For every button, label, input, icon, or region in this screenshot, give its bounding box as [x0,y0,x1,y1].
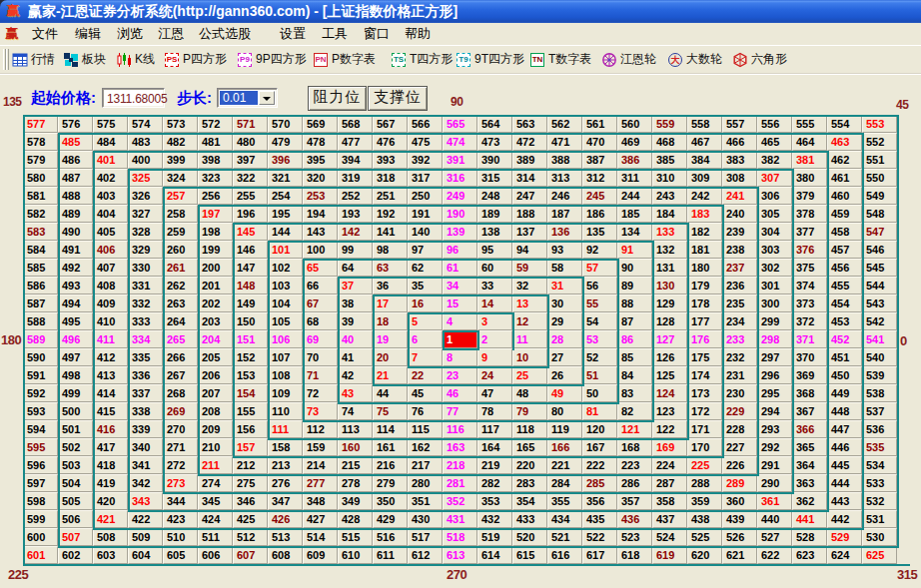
grid-cell[interactable]: 321 [268,169,303,187]
grid-cell[interactable]: 439 [722,510,757,528]
grid-cell[interactable]: 456 [827,259,862,277]
grid-cell[interactable]: 580 [23,169,58,187]
grid-cell[interactable]: 512 [233,528,268,546]
grid-cell[interactable]: 251 [373,187,408,205]
grid-cell[interactable]: 250 [408,187,443,205]
grid-cell[interactable]: 354 [512,492,547,510]
grid-cell[interactable]: 47 [477,384,512,402]
grid-cell[interactable]: 360 [722,492,757,510]
grid-cell[interactable]: 98 [373,241,408,259]
grid-cell[interactable]: 349 [338,492,373,510]
grid-cell[interactable]: 359 [687,492,722,510]
grid-cell[interactable]: 546 [862,241,897,259]
grid-cell[interactable]: 286 [617,474,652,492]
grid-cell[interactable]: 624 [827,546,862,564]
grid-cell[interactable]: 494 [58,294,93,312]
grid-cell[interactable]: 256 [198,187,233,205]
grid-cell[interactable]: 475 [408,133,443,151]
grid-cell[interactable]: 149 [233,294,268,312]
grid-cell[interactable]: 74 [338,402,373,420]
step-combobox[interactable]: 0.01 [217,88,278,108]
grid-cell[interactable]: 93 [547,241,582,259]
grid-cell[interactable]: 213 [268,456,303,474]
grid-cell[interactable]: 307 [757,169,792,187]
grid-cell[interactable]: 309 [687,169,722,187]
grid-cell[interactable]: 363 [792,474,827,492]
grid-cell[interactable]: 482 [163,133,198,151]
grid-cell[interactable]: 138 [477,223,512,241]
menu-item-file[interactable]: 文件 [32,23,58,45]
grid-cell[interactable]: 293 [757,420,792,438]
grid-cell[interactable]: 312 [582,169,617,187]
grid-cell[interactable]: 92 [582,241,617,259]
grid-cell[interactable]: 242 [687,187,722,205]
grid-cell[interactable]: 583 [23,223,58,241]
grid-cell[interactable]: 18 [373,312,408,330]
grid-cell[interactable]: 261 [163,259,198,277]
grid-cell[interactable]: 9 [477,348,512,366]
grid-cell[interactable]: 243 [652,187,687,205]
grid-cell[interactable]: 447 [827,420,862,438]
grid-cell[interactable]: 291 [757,456,792,474]
grid-cell[interactable]: 527 [757,528,792,546]
grid-cell[interactable]: 233 [722,330,757,348]
grid-cell[interactable]: 234 [722,312,757,330]
grid-cell[interactable]: 495 [58,312,93,330]
grid-cell[interactable]: 285 [582,474,617,492]
grid-cell[interactable]: 368 [792,384,827,402]
grid-cell[interactable]: 421 [93,510,128,528]
grid-cell[interactable]: 156 [233,420,268,438]
toolbar-button-p-number-table[interactable]: PN P数字表 [313,46,376,73]
grid-cell[interactable]: 461 [827,169,862,187]
grid-cell[interactable]: 525 [687,528,722,546]
grid-cell[interactable]: 346 [233,492,268,510]
grid-cell[interactable]: 420 [93,492,128,510]
grid-cell[interactable]: 23 [443,366,477,384]
grid-cell[interactable]: 507 [58,528,93,546]
grid-cell[interactable]: 183 [687,205,722,223]
grid-cell[interactable]: 287 [652,474,687,492]
grid-cell[interactable]: 37 [338,277,373,294]
grid-cell[interactable]: 260 [163,241,198,259]
grid-cell[interactable]: 548 [862,205,897,223]
grid-cell[interactable]: 572 [198,115,233,133]
grid-cell[interactable]: 29 [547,312,582,330]
grid-cell[interactable]: 405 [93,223,128,241]
grid-cell[interactable]: 49 [547,384,582,402]
grid-cell[interactable]: 211 [198,456,233,474]
grid-cell[interactable]: 197 [198,205,233,223]
grid-cell[interactable]: 567 [373,115,408,133]
grid-cell[interactable]: 569 [303,115,338,133]
grid-cell[interactable]: 472 [512,133,547,151]
grid-cell[interactable]: 118 [512,420,547,438]
grid-cell[interactable]: 188 [512,205,547,223]
grid-cell[interactable]: 578 [23,133,58,151]
grid-cell[interactable]: 526 [722,528,757,546]
grid-cell[interactable]: 106 [268,330,303,348]
grid-cell[interactable]: 191 [408,205,443,223]
grid-cell[interactable]: 515 [338,528,373,546]
grid-cell[interactable]: 171 [687,420,722,438]
grid-cell[interactable]: 556 [757,115,792,133]
grid-cell[interactable]: 521 [547,528,582,546]
grid-cell[interactable]: 375 [792,259,827,277]
grid-cell[interactable]: 511 [198,528,233,546]
grid-cell[interactable]: 446 [827,438,862,456]
grid-cell[interactable]: 581 [23,187,58,205]
toolbar-button-big-number-wheel[interactable]: 大 大数轮 [667,46,722,73]
grid-cell[interactable]: 66 [303,277,338,294]
grid-cell[interactable]: 384 [687,151,722,169]
grid-cell[interactable]: 130 [652,277,687,294]
grid-cell[interactable]: 553 [862,115,897,133]
grid-cell[interactable]: 170 [687,438,722,456]
grid-cell[interactable]: 444 [827,474,862,492]
grid-cell[interactable]: 516 [373,528,408,546]
grid-cell[interactable]: 244 [617,187,652,205]
grid-cell[interactable]: 532 [862,492,897,510]
grid-cell[interactable]: 126 [652,348,687,366]
grid-cell[interactable]: 362 [792,492,827,510]
grid-cell[interactable]: 222 [582,456,617,474]
grid-cell[interactable]: 201 [198,277,233,294]
grid-cell[interactable]: 471 [547,133,582,151]
grid-cell[interactable]: 82 [617,402,652,420]
